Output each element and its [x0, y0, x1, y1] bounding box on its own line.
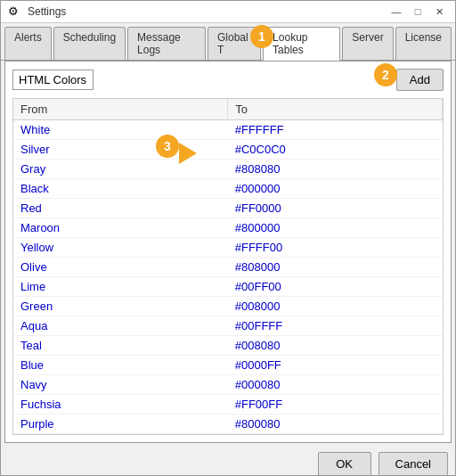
cell-to: #008080: [228, 336, 443, 356]
window-icon: ⚙: [8, 4, 22, 19]
ok-button[interactable]: OK: [318, 452, 371, 476]
tab-server[interactable]: Server: [342, 27, 393, 60]
title-bar: ⚙ Settings — □ ✕: [1, 1, 455, 23]
cell-to: #000000: [228, 179, 443, 199]
content-area: HTML Colors 2 Add 3 From To White#: [4, 61, 452, 443]
table-row[interactable]: Maroon#800000: [13, 218, 443, 238]
cell-to: #00FFFF: [228, 316, 443, 336]
cell-from: Aqua: [13, 316, 228, 336]
callout-3: 3: [156, 135, 179, 158]
footer: OK Cancel: [1, 447, 455, 476]
table-row[interactable]: Fuchsia#FF00FF: [13, 395, 443, 414]
callout-1: 1: [250, 25, 273, 48]
callout-2: 2: [374, 63, 397, 86]
callout-3-arrow: [179, 143, 215, 164]
cell-to: #800000: [228, 218, 443, 238]
cell-from: Teal: [13, 336, 228, 356]
minimize-button[interactable]: —: [387, 4, 405, 19]
cell-from: Red: [13, 199, 228, 218]
cell-to: #000080: [228, 375, 443, 395]
cell-to: #FF0000: [228, 199, 443, 218]
cell-from: Maroon: [13, 218, 228, 238]
cell-from: Black: [13, 179, 228, 199]
cell-from: White: [13, 120, 228, 140]
cell-to: #C0C0C0: [228, 140, 443, 160]
window-title: Settings: [28, 5, 382, 18]
cell-to: #800080: [228, 414, 443, 434]
cell-from: Lime: [13, 277, 228, 297]
table-row[interactable]: Yellow#FFFF00: [13, 238, 443, 258]
color-table-dropdown[interactable]: HTML Colors: [12, 70, 94, 90]
tab-bar: Alerts Scheduling Message Logs Global T …: [1, 23, 455, 61]
cell-to: #FF00FF: [228, 395, 443, 414]
table-container: 3 From To White#FFFFFFSilver#C0C0C0Gray#…: [12, 98, 444, 435]
table-row[interactable]: Purple#800080: [13, 414, 443, 434]
table-row[interactable]: Teal#008080: [13, 336, 443, 356]
cell-to: #808080: [228, 160, 443, 179]
table-row[interactable]: Gray#808080: [13, 160, 443, 179]
col-from-header: From: [13, 99, 228, 120]
cancel-button[interactable]: Cancel: [379, 452, 448, 476]
add-button[interactable]: Add: [396, 69, 444, 91]
col-to-header: To: [228, 99, 443, 120]
maximize-button[interactable]: □: [409, 4, 427, 19]
table-row[interactable]: Lime#00FF00: [13, 277, 443, 297]
tab-message-logs[interactable]: Message Logs: [127, 27, 206, 60]
cell-from: Yellow: [13, 238, 228, 258]
settings-window: ⚙ Settings — □ ✕ Alerts Scheduling Messa…: [0, 0, 456, 476]
cell-from: Blue: [13, 356, 228, 375]
cell-from: Fuchsia: [13, 395, 228, 414]
cell-to: #FFFF00: [228, 238, 443, 258]
color-table: From To White#FFFFFFSilver#C0C0C0Gray#80…: [13, 99, 443, 434]
table-row[interactable]: Aqua#00FFFF: [13, 316, 443, 336]
cell-from: Purple: [13, 414, 228, 434]
tab-lookup-tables[interactable]: Lookup Tables: [263, 27, 340, 61]
cell-to: #FFFFFF: [228, 120, 443, 140]
table-row[interactable]: Red#FF0000: [13, 199, 443, 218]
close-button[interactable]: ✕: [430, 4, 448, 19]
dropdown-wrapper: HTML Colors: [12, 70, 389, 90]
tab-scheduling[interactable]: Scheduling: [53, 27, 126, 60]
table-row[interactable]: Blue#0000FF: [13, 356, 443, 375]
cell-to: #0000FF: [228, 356, 443, 375]
cell-to: #008000: [228, 297, 443, 316]
table-row[interactable]: Black#000000: [13, 179, 443, 199]
tab-alerts[interactable]: Alerts: [4, 27, 52, 60]
table-row[interactable]: Green#008000: [13, 297, 443, 316]
cell-to: #00FF00: [228, 277, 443, 297]
cell-to: #808000: [228, 258, 443, 277]
cell-from: Green: [13, 297, 228, 316]
table-row[interactable]: Silver#C0C0C0: [13, 140, 443, 160]
table-row[interactable]: Navy#000080: [13, 375, 443, 395]
table-row[interactable]: White#FFFFFF: [13, 120, 443, 140]
cell-from: Navy: [13, 375, 228, 395]
table-row[interactable]: Olive#808000: [13, 258, 443, 277]
title-bar-buttons: — □ ✕: [387, 4, 448, 19]
cell-from: Olive: [13, 258, 228, 277]
tab-license[interactable]: License: [395, 27, 452, 60]
